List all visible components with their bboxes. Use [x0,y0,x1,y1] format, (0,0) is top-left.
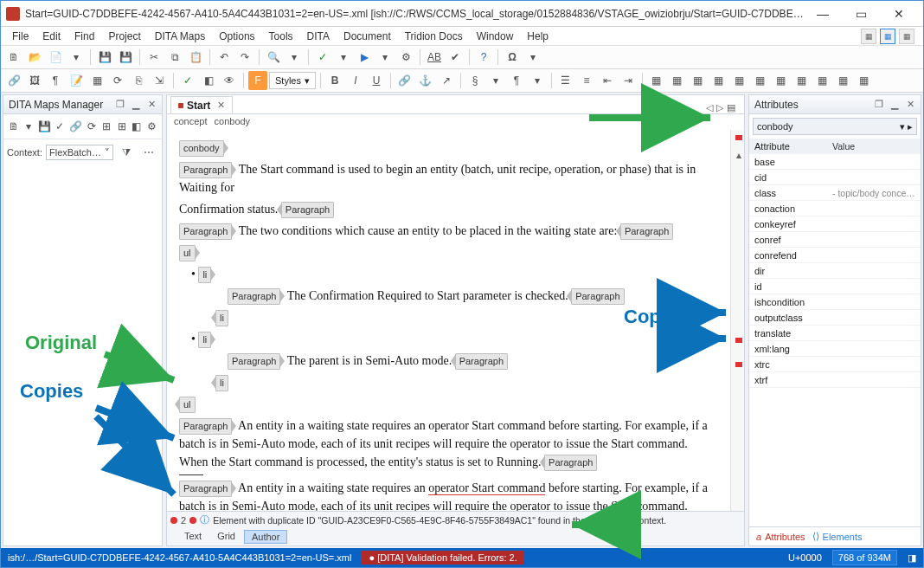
tag-paragraph[interactable]: Paragraph [179,162,232,178]
grid-icon-3[interactable]: ▦ [689,71,708,90]
status-validation[interactable]: ● [DITA] Validation failed. Errors: 2. [362,551,523,565]
grid-icon-4[interactable]: ▦ [709,71,728,90]
tag-paragraph-close[interactable]: Paragraph [620,223,673,240]
recent-dropdown-icon[interactable]: ▾ [67,48,86,67]
tag-paragraph[interactable]: Paragraph [179,418,232,435]
map-profile-icon[interactable]: ◧ [130,117,143,136]
underline-button[interactable]: U [367,71,386,90]
view-author[interactable]: Author [244,530,287,544]
refresh-icon[interactable]: ⟳ [108,71,127,90]
search-icon[interactable]: 🔍 [264,48,283,67]
transform-dropdown-icon[interactable]: ▾ [375,48,395,67]
tab-elements[interactable]: ⟨⟩Elements [812,531,863,542]
minimize-button[interactable]: — [804,2,842,26]
tag-paragraph[interactable]: Paragraph [179,223,232,240]
tag-paragraph-close[interactable]: Paragraph [281,202,334,218]
copy-icon[interactable]: ⧉ [165,48,184,67]
redo-icon[interactable]: ↷ [235,48,254,67]
styles-dropdown[interactable]: Styles ▾ [269,72,316,89]
grid-icon-5[interactable]: ▦ [730,71,749,90]
maximize-button[interactable]: ▭ [842,2,880,26]
undo-icon[interactable]: ↶ [215,48,234,67]
panel-close-icon[interactable]: ✕ [146,100,157,110]
tag-li-close[interactable]: li [215,375,228,391]
map-insert2-icon[interactable]: ⊞ [115,117,128,136]
grid-icon-7[interactable]: ▦ [772,71,791,90]
error-stripe[interactable]: ▴ [730,130,744,511]
menu-find[interactable]: Find [68,29,100,44]
menu-project[interactable]: Project [102,29,146,44]
grid-icon-8[interactable]: ▦ [792,71,812,90]
cut-icon[interactable]: ✂ [144,48,164,67]
grid-icon-11[interactable]: ▦ [855,71,874,90]
attr-row[interactable]: conrefend [749,248,921,263]
attr-row[interactable]: class- topic/body concept/co… [749,185,921,201]
panel-minimize-icon[interactable]: ▁ [889,100,900,110]
tag-paragraph[interactable]: Paragraph [228,353,280,370]
indent-icon[interactable]: ⇥ [619,71,638,90]
tab-prev-icon[interactable]: ◁ [706,102,713,113]
menu-tools[interactable]: Tools [263,29,299,44]
attr-row[interactable]: conref [749,232,921,248]
list-ul-icon[interactable]: ☰ [556,71,575,90]
tag-paragraph[interactable]: Paragraph [179,481,232,497]
menu-tridiondocs[interactable]: Tridion Docs [399,29,469,44]
validate-dita-icon[interactable]: ✓ [178,71,197,90]
image-icon[interactable]: 🖼 [25,71,44,90]
validate-dropdown-icon[interactable]: ▾ [334,48,353,67]
menu-dita[interactable]: DITA [301,29,336,44]
error-marker[interactable] [735,135,742,140]
tab-next-icon[interactable]: ▷ [716,102,723,113]
attr-row[interactable]: xtrc [749,357,921,372]
scroll-up-icon[interactable]: ▴ [736,149,741,161]
note-icon[interactable]: 📝 [67,71,86,90]
editor-tab-start[interactable]: Start ✕ [170,96,233,113]
open-folder-icon[interactable]: 📂 [25,48,44,67]
view-text[interactable]: Text [177,530,209,544]
view-grid[interactable]: Grid [210,530,242,544]
omega-icon[interactable]: Ω [503,48,522,67]
save-icon[interactable]: 💾 [95,48,114,67]
table-icon[interactable]: ▦ [87,71,106,90]
attr-row[interactable]: base [749,154,921,170]
attr-row[interactable]: ishcondition [749,294,921,310]
crumb-concept[interactable]: concept [174,116,208,128]
tag-paragraph-close[interactable]: Paragraph [544,455,597,471]
paste-icon[interactable]: 📋 [186,48,205,67]
menu-edit[interactable]: Edit [36,29,67,44]
profiling-icon[interactable]: ◧ [199,71,218,90]
pilcrow-icon[interactable]: ¶ [507,71,526,90]
map-insert-icon[interactable]: ⊞ [100,117,113,136]
map-new-icon[interactable]: 🗎 [7,117,20,136]
error-marker[interactable] [735,338,742,343]
bold-button[interactable]: B [325,71,344,90]
transform-icon[interactable]: ▶ [355,48,374,67]
tab-close-icon[interactable]: ✕ [217,100,225,111]
omega-dropdown-icon[interactable]: ▾ [523,48,542,67]
context-more-icon[interactable]: ⋯ [139,143,158,162]
attr-row[interactable]: outputclass [749,310,921,326]
menu-options[interactable]: Options [213,29,260,44]
tab-list-icon[interactable]: ▤ [727,102,735,113]
tag-li[interactable]: li [198,332,211,348]
menu-ditamaps[interactable]: DITA Maps [149,29,211,44]
element-select[interactable]: conbody ▾ ▸ [753,118,917,135]
tag-paragraph-close[interactable]: Paragraph [455,353,508,370]
attr-row[interactable]: id [749,279,921,294]
section-dropdown-icon[interactable]: ▾ [486,71,505,90]
panel-restore-icon[interactable]: ❐ [115,100,125,110]
grid-icon-2[interactable]: ▦ [668,71,687,90]
link-insert-icon[interactable]: 🔗 [395,71,414,90]
panel-restore-icon[interactable]: ❐ [874,100,884,110]
context-filter-icon[interactable]: ⧩ [117,143,136,162]
list-ol-icon[interactable]: ≡ [577,71,596,90]
xref-icon[interactable]: ↗ [437,71,456,90]
open-file-icon[interactable]: 📄 [46,48,65,67]
map-gear-icon[interactable]: ⚙ [145,117,158,136]
attr-row[interactable]: conaction [749,201,921,216]
attr-row[interactable]: dir [749,263,921,279]
editor-content[interactable]: conbody Paragraph The Start command is u… [167,130,730,511]
attr-row[interactable]: xtrf [749,372,921,388]
spellcheck-icon[interactable]: AB [425,48,444,67]
para-icon[interactable]: ¶ [46,71,65,90]
